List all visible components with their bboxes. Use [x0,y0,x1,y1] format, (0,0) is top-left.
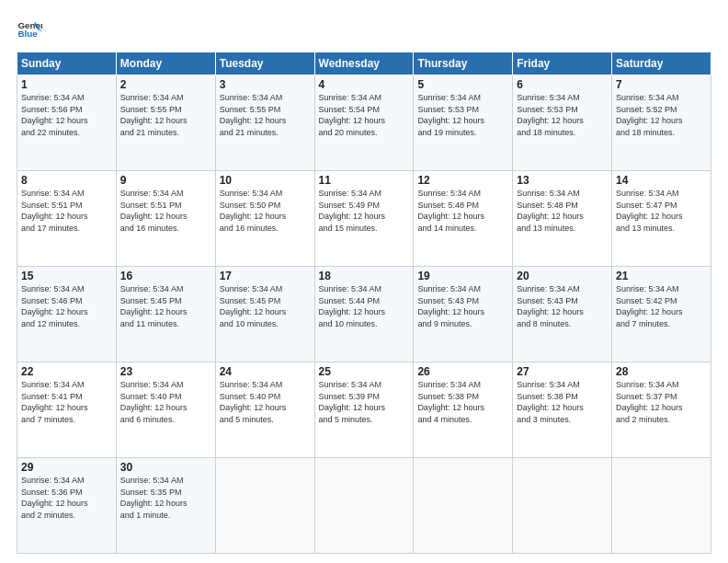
day-info: Sunrise: 5:34 AM Sunset: 5:42 PM Dayligh… [616,283,707,329]
day-number: 9 [120,174,211,187]
day-info: Sunrise: 5:34 AM Sunset: 5:53 PM Dayligh… [417,92,508,138]
calendar-cell: 15Sunrise: 5:34 AM Sunset: 5:46 PM Dayli… [17,267,117,362]
calendar-cell: 8Sunrise: 5:34 AM Sunset: 5:51 PM Daylig… [17,171,117,267]
day-number: 11 [319,174,410,187]
day-info: Sunrise: 5:34 AM Sunset: 5:54 PM Dayligh… [319,92,410,138]
day-number: 26 [417,365,508,378]
header: General Blue [17,17,711,42]
calendar-cell: 21Sunrise: 5:34 AM Sunset: 5:42 PM Dayli… [612,267,711,362]
calendar-cell: 29Sunrise: 5:34 AM Sunset: 5:36 PM Dayli… [17,458,117,554]
day-info: Sunrise: 5:34 AM Sunset: 5:46 PM Dayligh… [21,283,112,329]
calendar-cell [612,458,711,554]
calendar-cell: 19Sunrise: 5:34 AM Sunset: 5:43 PM Dayli… [414,267,513,362]
calendar-cell: 4Sunrise: 5:34 AM Sunset: 5:54 PM Daylig… [314,75,414,171]
calendar-week-row: 22Sunrise: 5:34 AM Sunset: 5:41 PM Dayli… [17,362,711,458]
day-number: 24 [220,365,311,378]
day-number: 19 [417,270,508,282]
calendar-cell [314,458,414,554]
calendar-cell: 27Sunrise: 5:34 AM Sunset: 5:38 PM Dayli… [513,362,612,458]
calendar-cell: 25Sunrise: 5:34 AM Sunset: 5:39 PM Dayli… [314,362,414,458]
day-number: 6 [517,78,608,91]
day-number: 17 [220,270,311,282]
calendar-week-row: 29Sunrise: 5:34 AM Sunset: 5:36 PM Dayli… [17,458,711,554]
day-info: Sunrise: 5:34 AM Sunset: 5:40 PM Dayligh… [120,379,211,425]
calendar-week-row: 8Sunrise: 5:34 AM Sunset: 5:51 PM Daylig… [17,171,711,267]
day-number: 8 [21,174,112,187]
day-number: 5 [417,78,508,91]
day-info: Sunrise: 5:34 AM Sunset: 5:55 PM Dayligh… [220,92,311,138]
calendar-cell: 2Sunrise: 5:34 AM Sunset: 5:55 PM Daylig… [116,75,215,171]
calendar-cell: 20Sunrise: 5:34 AM Sunset: 5:43 PM Dayli… [513,267,612,362]
day-info: Sunrise: 5:34 AM Sunset: 5:43 PM Dayligh… [517,283,608,329]
calendar-cell: 16Sunrise: 5:34 AM Sunset: 5:45 PM Dayli… [116,267,215,362]
calendar-cell: 13Sunrise: 5:34 AM Sunset: 5:48 PM Dayli… [513,171,612,267]
day-number: 3 [220,78,311,91]
day-info: Sunrise: 5:34 AM Sunset: 5:51 PM Dayligh… [120,188,211,234]
calendar-cell: 24Sunrise: 5:34 AM Sunset: 5:40 PM Dayli… [215,362,314,458]
day-number: 22 [21,365,112,378]
logo: General Blue [17,17,46,42]
day-info: Sunrise: 5:34 AM Sunset: 5:53 PM Dayligh… [517,92,608,138]
weekday-header-friday: Friday [513,52,612,75]
day-info: Sunrise: 5:34 AM Sunset: 5:41 PM Dayligh… [21,379,112,425]
day-number: 27 [517,365,608,378]
calendar-cell [513,458,612,554]
day-info: Sunrise: 5:34 AM Sunset: 5:36 PM Dayligh… [21,475,112,521]
calendar-cell: 10Sunrise: 5:34 AM Sunset: 5:50 PM Dayli… [215,171,314,267]
calendar-cell: 17Sunrise: 5:34 AM Sunset: 5:45 PM Dayli… [215,267,314,362]
day-number: 28 [616,365,707,378]
logo-icon: General Blue [17,17,42,42]
weekday-header-thursday: Thursday [414,52,513,75]
day-number: 29 [21,461,112,474]
calendar-cell: 14Sunrise: 5:34 AM Sunset: 5:47 PM Dayli… [612,171,711,267]
day-number: 15 [21,270,112,282]
calendar-cell: 5Sunrise: 5:34 AM Sunset: 5:53 PM Daylig… [414,75,513,171]
weekday-header-row: SundayMondayTuesdayWednesdayThursdayFrid… [17,52,711,75]
calendar-cell [215,458,314,554]
weekday-header-tuesday: Tuesday [215,52,314,75]
day-number: 16 [120,270,211,282]
weekday-header-monday: Monday [116,52,215,75]
day-info: Sunrise: 5:34 AM Sunset: 5:48 PM Dayligh… [517,188,608,234]
day-info: Sunrise: 5:34 AM Sunset: 5:48 PM Dayligh… [417,188,508,234]
day-number: 13 [517,174,608,187]
svg-text:Blue: Blue [17,29,38,39]
day-info: Sunrise: 5:34 AM Sunset: 5:51 PM Dayligh… [21,188,112,234]
weekday-header-sunday: Sunday [17,52,117,75]
calendar-cell: 1Sunrise: 5:34 AM Sunset: 5:56 PM Daylig… [17,75,117,171]
calendar-cell: 30Sunrise: 5:34 AM Sunset: 5:35 PM Dayli… [116,458,215,554]
day-info: Sunrise: 5:34 AM Sunset: 5:47 PM Dayligh… [616,188,707,234]
calendar-cell: 11Sunrise: 5:34 AM Sunset: 5:49 PM Dayli… [314,171,414,267]
day-number: 7 [616,78,707,91]
calendar-cell: 26Sunrise: 5:34 AM Sunset: 5:38 PM Dayli… [414,362,513,458]
day-info: Sunrise: 5:34 AM Sunset: 5:35 PM Dayligh… [120,475,211,521]
calendar-cell: 18Sunrise: 5:34 AM Sunset: 5:44 PM Dayli… [314,267,414,362]
day-number: 23 [120,365,211,378]
calendar-week-row: 1Sunrise: 5:34 AM Sunset: 5:56 PM Daylig… [17,75,711,171]
calendar-week-row: 15Sunrise: 5:34 AM Sunset: 5:46 PM Dayli… [17,267,711,362]
day-number: 20 [517,270,608,282]
day-number: 25 [319,365,410,378]
day-info: Sunrise: 5:34 AM Sunset: 5:37 PM Dayligh… [616,379,707,425]
day-number: 2 [120,78,211,91]
day-info: Sunrise: 5:34 AM Sunset: 5:45 PM Dayligh… [220,283,311,329]
weekday-header-saturday: Saturday [612,52,711,75]
day-info: Sunrise: 5:34 AM Sunset: 5:45 PM Dayligh… [120,283,211,329]
day-info: Sunrise: 5:34 AM Sunset: 5:39 PM Dayligh… [319,379,410,425]
calendar-cell: 28Sunrise: 5:34 AM Sunset: 5:37 PM Dayli… [612,362,711,458]
day-number: 12 [417,174,508,187]
calendar-cell: 12Sunrise: 5:34 AM Sunset: 5:48 PM Dayli… [414,171,513,267]
day-info: Sunrise: 5:34 AM Sunset: 5:44 PM Dayligh… [319,283,410,329]
day-number: 1 [21,78,112,91]
day-info: Sunrise: 5:34 AM Sunset: 5:49 PM Dayligh… [319,188,410,234]
day-number: 21 [616,270,707,282]
day-number: 14 [616,174,707,187]
day-number: 18 [319,270,410,282]
day-info: Sunrise: 5:34 AM Sunset: 5:38 PM Dayligh… [417,379,508,425]
weekday-header-wednesday: Wednesday [314,52,414,75]
day-info: Sunrise: 5:34 AM Sunset: 5:52 PM Dayligh… [616,92,707,138]
calendar-cell: 9Sunrise: 5:34 AM Sunset: 5:51 PM Daylig… [116,171,215,267]
calendar-table: SundayMondayTuesdayWednesdayThursdayFrid… [17,52,711,554]
day-number: 4 [319,78,410,91]
calendar-cell: 3Sunrise: 5:34 AM Sunset: 5:55 PM Daylig… [215,75,314,171]
